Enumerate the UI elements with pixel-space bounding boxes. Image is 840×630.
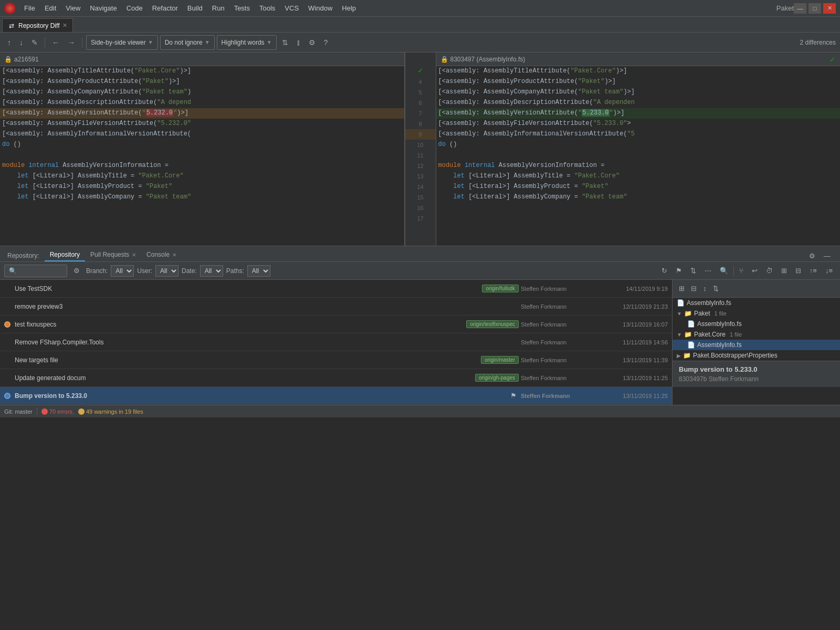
user-select[interactable]: All xyxy=(155,265,178,277)
cherry-pick-button[interactable]: ⚑ xyxy=(673,265,685,276)
diff-line-left-5: [<assembly: AssemblyTitleAttribute("Pake… xyxy=(0,66,404,77)
menu-window[interactable]: Window xyxy=(304,3,337,13)
view-mode2-button[interactable]: ⊟ xyxy=(792,265,804,276)
commit-row-selected[interactable]: Bump version to 5.233.0 ⚑ Steffen Forkma… xyxy=(0,387,672,405)
menu-edit[interactable]: Edit xyxy=(40,3,60,13)
viewer-dropdown[interactable]: Side-by-side viewer ▼ xyxy=(86,35,158,50)
commit-list: Use TestSDK origin/fullsdk Steffen Forkm… xyxy=(0,280,672,405)
tree-folder-label: Paket xyxy=(694,310,710,317)
edit-button[interactable]: ✎ xyxy=(28,36,41,49)
sort-button[interactable]: ⇅ xyxy=(687,265,699,276)
commit-row[interactable]: Use TestSDK origin/fullsdk Steffen Forkm… xyxy=(0,280,672,298)
diff-code: let [<Literal>] AssemblyProduct = "Paket… xyxy=(436,182,841,192)
tree-item-paketcore-assemblyinfo[interactable]: 📄 AssemblyInfo.fs xyxy=(673,340,840,350)
menu-code[interactable]: Code xyxy=(122,3,147,13)
commit-author: Steffen Forkmann xyxy=(521,393,594,399)
commit-row[interactable]: Remove FSharp.Compiler.Tools Steffen For… xyxy=(0,333,672,351)
tree-item-assemblyinfo-top[interactable]: 📄 AssemblyInfo.fs xyxy=(673,298,840,308)
tree-filter-button[interactable]: ↕ xyxy=(701,284,709,293)
commit-row[interactable]: remove preview3 Steffen Forkmann 12/11/2… xyxy=(0,298,672,316)
commit-row[interactable]: New targets file origin/master Steffen F… xyxy=(0,351,672,369)
tab-console-close-icon[interactable]: ✕ xyxy=(172,252,176,258)
maximize-button[interactable]: □ xyxy=(808,3,821,14)
find-button[interactable]: 🔍 xyxy=(717,265,731,276)
app-icon xyxy=(4,3,16,14)
date-label: Date: xyxy=(182,267,197,275)
highlight-dropdown[interactable]: Highlight words ▼ xyxy=(217,35,277,50)
menu-tests[interactable]: Tests xyxy=(230,3,254,13)
tree-item-paket[interactable]: ▼ 📁 Paket 1 file xyxy=(673,308,840,319)
tree-expand-button[interactable]: ⊞ xyxy=(677,284,687,293)
tab-repository[interactable]: Repository xyxy=(45,249,85,261)
commit-row[interactable]: Update generated docum origin/gh-pages S… xyxy=(0,369,672,387)
diff-line-right-17: let [<Literal>] AssemblyCompany = "Paket… xyxy=(436,192,841,203)
commit-author: Steffen Forkmann xyxy=(521,303,594,310)
columns-button[interactable]: ⫿ xyxy=(293,36,303,49)
diff-panel-right: 🔒 8303497 (AssemblyInfo.fs) ✓ [<assembly… xyxy=(436,52,841,246)
diff-code: [<assembly: AssemblyTitleAttribute("Pake… xyxy=(0,66,404,77)
repo-settings-button[interactable]: ⚙ xyxy=(806,250,818,261)
diff-line-left-8: [<assembly: AssemblyDescriptionAttribute… xyxy=(0,98,404,108)
tab-repository-diff[interactable]: ⇄ Repository Diff ✕ xyxy=(2,18,73,32)
diff-panel-left: 🔒 a216591 [<assembly: AssemblyTitleAttri… xyxy=(0,52,405,246)
menu-refactor[interactable]: Refactor xyxy=(148,3,182,13)
repo-minimize-button[interactable]: — xyxy=(821,250,834,261)
menu-navigate[interactable]: Navigate xyxy=(86,3,121,13)
view-mode-button[interactable]: ⊞ xyxy=(778,265,790,276)
expand-button[interactable]: ⋯ xyxy=(701,265,715,276)
right-check-icon: ✓ xyxy=(830,55,836,64)
diff-gutter: ✓ 4 5 6 7 8 9 10 11 12 13 14 15 16 17 xyxy=(405,52,436,246)
date-select[interactable]: All xyxy=(200,265,223,277)
tab-close-icon[interactable]: ✕ xyxy=(62,22,67,29)
help-button[interactable]: ? xyxy=(321,36,331,49)
menu-run[interactable]: Run xyxy=(208,3,229,13)
tab-pull-requests[interactable]: Pull Requests ✕ xyxy=(85,249,141,261)
menu-file[interactable]: File xyxy=(20,3,39,13)
tree-label: AssemblyInfo.fs xyxy=(697,320,742,328)
forward-button[interactable]: → xyxy=(65,36,78,49)
filter-settings-button[interactable]: ⚙ xyxy=(70,265,83,276)
tab-pull-requests-close-icon[interactable]: ✕ xyxy=(132,252,136,258)
close-button[interactable]: ✕ xyxy=(823,3,836,14)
next-diff-button[interactable]: ↓ xyxy=(16,36,26,49)
tree-sort-button[interactable]: ⇅ xyxy=(711,284,721,293)
diff-line-right-8: [<assembly: AssemblyDescriptionAttribute… xyxy=(436,98,841,108)
tree-collapse-button[interactable]: ⊟ xyxy=(689,284,699,293)
filter-desc-button[interactable]: ↓≡ xyxy=(822,265,836,276)
diff-code: let [<Literal>] AssemblyCompany = "Paket… xyxy=(0,192,404,203)
viewer-label: Side-by-side viewer xyxy=(91,39,146,46)
refresh-button[interactable]: ↻ xyxy=(658,265,670,276)
back-button[interactable]: ← xyxy=(49,36,62,49)
menu-help[interactable]: Help xyxy=(338,3,360,13)
minimize-button[interactable]: — xyxy=(794,3,806,14)
paths-select[interactable]: All xyxy=(247,265,270,277)
tree-item-paket-core[interactable]: ▼ 📁 Paket.Core 1 file xyxy=(673,329,840,340)
merge-button[interactable]: ⇅ xyxy=(279,36,291,49)
diff-content-left[interactable]: [<assembly: AssemblyTitleAttribute("Pake… xyxy=(0,66,404,246)
branch-select[interactable]: All xyxy=(111,265,134,277)
menu-vcs[interactable]: VCS xyxy=(280,3,303,13)
tab-console[interactable]: Console ✕ xyxy=(141,249,182,261)
tree-item-paket-assemblyinfo[interactable]: 📄 AssemblyInfo.fs xyxy=(673,319,840,329)
commit-dot xyxy=(4,375,10,381)
settings-button[interactable]: ⚙ xyxy=(306,36,319,49)
diff-line-left-6: [<assembly: AssemblyProductAttribute("Pa… xyxy=(0,77,404,87)
menu-tools[interactable]: Tools xyxy=(255,3,279,13)
diff-content-right[interactable]: [<assembly: AssemblyTitleAttribute("Pake… xyxy=(436,66,841,246)
history-button[interactable]: ⏱ xyxy=(763,265,776,276)
commit-message: Use TestSDK xyxy=(15,285,482,292)
menu-build[interactable]: Build xyxy=(183,3,207,13)
branch-checkout-button[interactable]: ⑂ xyxy=(736,265,747,276)
toolbar-separator xyxy=(45,37,45,48)
tree-item-bootstrapper[interactable]: ▶ 📁 Paket.Bootstrapper\Properties xyxy=(673,350,840,361)
prev-diff-button[interactable]: ↑ xyxy=(4,36,14,49)
highlight-chevron-icon: ▼ xyxy=(267,39,272,45)
undo-button[interactable]: ↩ xyxy=(749,265,761,276)
filter-asc-button[interactable]: ↑≡ xyxy=(806,265,820,276)
warning-label: 49 warnings in 19 files xyxy=(86,408,143,415)
menu-view[interactable]: View xyxy=(61,3,85,13)
search-input[interactable] xyxy=(4,265,67,277)
commit-row[interactable]: test fixnuspecs origin/testfixnuspec Ste… xyxy=(0,316,672,333)
ignore-dropdown[interactable]: Do not ignore ▼ xyxy=(160,35,215,50)
commit-author: Steffen Forkmann xyxy=(521,357,594,363)
